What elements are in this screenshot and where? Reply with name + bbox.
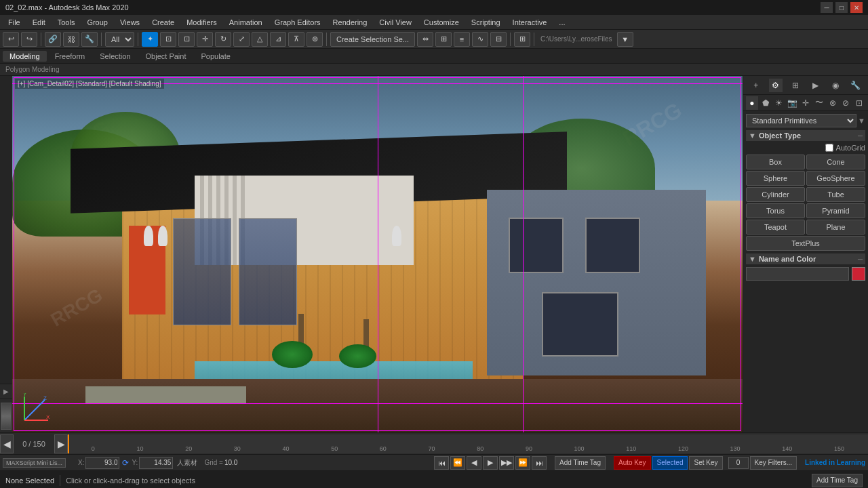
- menu-interactive[interactable]: Interactive: [507, 17, 553, 28]
- browse-button[interactable]: ▼: [617, 32, 633, 47]
- squash-button[interactable]: ⊼: [288, 32, 304, 47]
- system-icon[interactable]: ⊗: [827, 96, 839, 110]
- menu-views[interactable]: Views: [115, 17, 145, 28]
- select-button[interactable]: ✦: [142, 32, 158, 47]
- textplus-button[interactable]: TextPlus: [746, 236, 865, 251]
- autogrid-checkbox[interactable]: [825, 144, 833, 152]
- selected-button[interactable]: Selected: [652, 456, 688, 470]
- close-button[interactable]: ✕: [850, 2, 863, 13]
- x-input[interactable]: [85, 457, 119, 469]
- prev-key-button[interactable]: ⏪: [450, 456, 465, 470]
- timeline-prev-button[interactable]: ◀: [0, 434, 14, 453]
- extra2-icon[interactable]: ⊡: [853, 96, 865, 110]
- y-input[interactable]: [139, 457, 173, 469]
- add-time-tag-button[interactable]: Add Time Tag: [555, 456, 606, 470]
- mirror-button[interactable]: ⇔: [417, 32, 433, 47]
- shape-icon[interactable]: ⬟: [760, 96, 772, 110]
- rotate-button[interactable]: ↻: [215, 32, 231, 47]
- timeline-track[interactable]: 0 10 20 30 40 50 60 70 80 90 100 110 120…: [68, 434, 868, 453]
- geosphere-button[interactable]: GeoSphere: [806, 171, 865, 186]
- extra-icon[interactable]: ⊘: [840, 96, 852, 110]
- unlink-button[interactable]: ⛓: [63, 32, 79, 47]
- menu-rendering[interactable]: Rendering: [328, 17, 373, 28]
- menu-tools[interactable]: Tools: [52, 17, 81, 28]
- name-input[interactable]: [746, 267, 849, 281]
- goto-start-button[interactable]: ⏮: [434, 456, 449, 470]
- next-frame-button[interactable]: ▶▶: [499, 456, 514, 470]
- helper-icon[interactable]: ✛: [800, 96, 812, 110]
- window-controls[interactable]: ─ □ ✕: [821, 2, 863, 13]
- scene-explorer-button[interactable]: ⊞: [514, 32, 530, 47]
- name-color-header[interactable]: ▼ Name and Color ─: [746, 253, 865, 264]
- create-selection-button[interactable]: Create Selection Se...: [330, 32, 415, 47]
- pin-icon-2[interactable]: ─: [858, 256, 863, 263]
- key-filters-button[interactable]: Key Filters...: [750, 456, 797, 470]
- teapot-button[interactable]: Teapot: [746, 220, 805, 235]
- maximize-button[interactable]: □: [835, 2, 848, 13]
- menu-graph-editors[interactable]: Graph Editors: [269, 17, 326, 28]
- menu-create[interactable]: Create: [146, 17, 180, 28]
- play-button-left[interactable]: ▶: [0, 384, 12, 399]
- select-crossing-button[interactable]: ⊡: [178, 32, 195, 47]
- pyramid-button[interactable]: Pyramid: [806, 203, 865, 218]
- scale-button[interactable]: ⤢: [233, 32, 250, 47]
- motion-icon-btn[interactable]: ▶: [809, 79, 823, 92]
- display-icon-btn[interactable]: ◉: [829, 79, 842, 92]
- light-icon[interactable]: ☀: [773, 96, 785, 110]
- camera-icon[interactable]: 📷: [786, 96, 798, 110]
- spacewarp-icon[interactable]: 〜: [813, 96, 825, 110]
- play-button[interactable]: ▶: [483, 456, 498, 470]
- scale-nonuniform-button[interactable]: ⊿: [270, 32, 286, 47]
- dropdown-arrow-icon[interactable]: ▼: [858, 117, 865, 125]
- menu-customize[interactable]: Customize: [418, 17, 465, 28]
- select-center-button[interactable]: ⊕: [307, 32, 323, 47]
- menu-edit[interactable]: Edit: [27, 17, 51, 28]
- move-button[interactable]: ✛: [197, 32, 213, 47]
- menu-modifiers[interactable]: Modifiers: [181, 17, 222, 28]
- create-icon-btn[interactable]: +: [749, 79, 763, 92]
- align-button[interactable]: ⊞: [435, 32, 452, 47]
- viewport[interactable]: [+] [Cam_Detail02] [Standard] [Default S…: [12, 76, 743, 432]
- timeline-next-button[interactable]: ▶: [54, 434, 68, 453]
- cone-button[interactable]: Cone: [806, 155, 865, 169]
- autogrid-label[interactable]: AutoGrid: [825, 144, 865, 152]
- tab-freeform[interactable]: Freeform: [48, 51, 92, 62]
- plane-button[interactable]: Plane: [806, 220, 865, 235]
- menu-more[interactable]: ...: [553, 17, 570, 28]
- auto-key-button[interactable]: Auto Key: [614, 456, 651, 470]
- select-region-button[interactable]: ⊡: [160, 32, 176, 47]
- tab-selection[interactable]: Selection: [93, 51, 137, 62]
- menu-file[interactable]: File: [3, 17, 26, 28]
- goto-end-button[interactable]: ⏭: [532, 456, 547, 470]
- prev-frame-button[interactable]: ◀: [467, 456, 481, 470]
- box-button[interactable]: Box: [746, 155, 805, 169]
- next-key-button[interactable]: ⏩: [515, 456, 530, 470]
- primitives-dropdown[interactable]: Standard Primitives: [746, 114, 856, 127]
- tab-modeling[interactable]: Modeling: [3, 51, 47, 62]
- scale-uniform-button[interactable]: △: [252, 32, 268, 47]
- tube-button[interactable]: Tube: [806, 187, 865, 202]
- minimize-button[interactable]: ─: [821, 2, 833, 13]
- cylinder-button[interactable]: Cylinder: [746, 187, 805, 202]
- menu-civil-view[interactable]: Civil View: [374, 17, 416, 28]
- object-type-header[interactable]: ▼ Object Type ─: [746, 130, 865, 141]
- geometry-icon[interactable]: ●: [746, 96, 758, 110]
- dope-sheet-button[interactable]: ⊟: [490, 32, 507, 47]
- curve-editor-button[interactable]: ∿: [472, 32, 488, 47]
- color-swatch[interactable]: [852, 267, 865, 281]
- menu-group[interactable]: Group: [81, 17, 113, 28]
- link-button[interactable]: 🔗: [45, 32, 61, 47]
- add-time-tag-status[interactable]: Add Time Tag: [812, 474, 863, 487]
- menu-animation[interactable]: Animation: [224, 17, 268, 28]
- pin-icon[interactable]: ─: [858, 132, 863, 140]
- bind-button[interactable]: 🔧: [81, 32, 98, 47]
- menu-scripting[interactable]: Scripting: [466, 17, 506, 28]
- redo-button[interactable]: ↪: [21, 32, 37, 47]
- torus-button[interactable]: Torus: [746, 203, 805, 218]
- frame-number-input[interactable]: [728, 457, 749, 469]
- utilities-icon-btn[interactable]: 🔧: [848, 79, 862, 92]
- undo-button[interactable]: ↩: [3, 32, 19, 47]
- layer-button[interactable]: ≡: [454, 32, 470, 47]
- hierarchy-icon-btn[interactable]: ⊞: [789, 79, 802, 92]
- modify-icon-btn[interactable]: ⚙: [769, 79, 783, 92]
